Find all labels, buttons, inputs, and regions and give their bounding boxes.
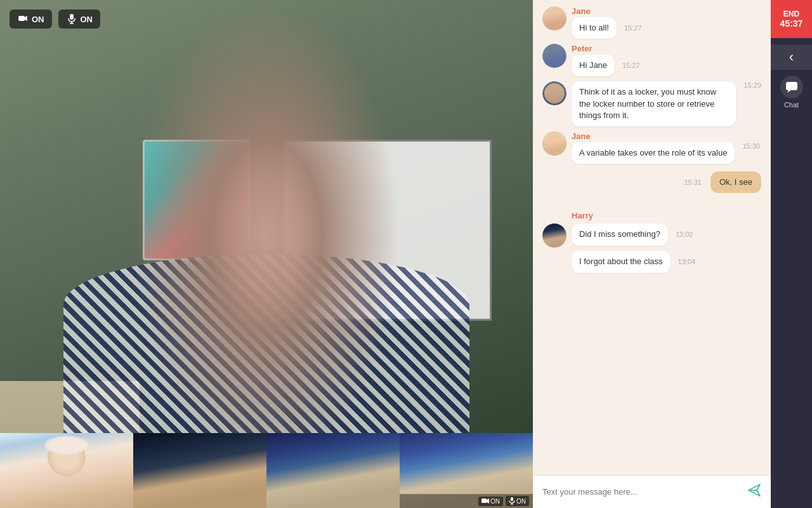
sender-name-peter: Peter bbox=[572, 44, 761, 53]
message-content-4: Jane A variable takes over the role of i… bbox=[572, 131, 761, 164]
svg-rect-7 bbox=[511, 497, 513, 501]
message-bubble-7: I forgot about the class bbox=[572, 251, 671, 272]
message-2: Peter Hi Jane 15:27 bbox=[542, 44, 761, 76]
end-timer: 45:37 bbox=[780, 18, 803, 29]
svg-marker-6 bbox=[487, 498, 489, 504]
controls-bar: ON ON bbox=[10, 10, 100, 29]
thumbnail-controls-bar: ON ON bbox=[400, 494, 533, 508]
thumbnail-1[interactable] bbox=[0, 433, 133, 508]
message-time-4: 15:30 bbox=[742, 142, 760, 150]
message-bubble-5: Ok, I see bbox=[710, 171, 761, 193]
avatar-harry bbox=[542, 224, 566, 248]
message-bubble-6: Did I miss something? bbox=[572, 224, 668, 245]
message-3: Think of it as a locker, you must know t… bbox=[542, 81, 761, 126]
thumb-cam-label: ON bbox=[490, 498, 500, 505]
end-call-button[interactable]: END 45:37 bbox=[771, 0, 812, 38]
chat-messages-area: Jane Hi to all! 15:27 Peter Hi Jane 15:2 bbox=[533, 0, 771, 475]
avatar-jane-1 bbox=[542, 6, 566, 30]
message-time-2: 15:27 bbox=[622, 62, 640, 69]
message-bubble-3: Think of it as a locker, you must know t… bbox=[572, 81, 736, 126]
message-content-3: Think of it as a locker, you must know t… bbox=[572, 81, 761, 126]
camera-toggle-button[interactable]: ON bbox=[10, 10, 52, 29]
avatar-peter bbox=[542, 44, 566, 68]
thumbnail-3[interactable] bbox=[266, 433, 400, 508]
sender-name-jane-2: Jane bbox=[572, 131, 761, 141]
chat-input-bar bbox=[533, 475, 771, 508]
chat-icon-label: Chat bbox=[784, 101, 799, 109]
mic-icon bbox=[66, 13, 77, 25]
svg-marker-1 bbox=[25, 16, 27, 21]
sender-name-jane: Jane bbox=[572, 6, 761, 16]
message-content-2: Peter Hi Jane 15:27 bbox=[572, 44, 761, 76]
svg-rect-2 bbox=[70, 14, 74, 20]
arrow-icon: ‹ bbox=[789, 49, 794, 65]
message-5-row: 15:31 Ok, I see bbox=[542, 171, 761, 193]
chat-icon-button[interactable]: Chat bbox=[771, 70, 812, 114]
harry-msg-content-1: Did I miss something? 13:02 bbox=[572, 224, 693, 245]
avatar-peter-2 bbox=[542, 81, 566, 105]
camera-icon bbox=[17, 13, 29, 25]
harry-msg-content-2: I forgot about the class 13:04 bbox=[572, 251, 695, 272]
video-area: ON ON bbox=[0, 0, 533, 508]
message-7: I forgot about the class 13:04 bbox=[542, 251, 761, 272]
message-time-3: 15:29 bbox=[743, 81, 761, 89]
message-time-5: 15:31 bbox=[684, 178, 702, 186]
right-sidebar: END 45:37 ‹ Chat bbox=[771, 0, 812, 508]
svg-rect-0 bbox=[18, 16, 25, 21]
message-time-1: 15:27 bbox=[624, 24, 642, 32]
send-message-button[interactable] bbox=[747, 483, 761, 500]
message-6: Did I miss something? 13:02 bbox=[542, 224, 761, 248]
thumbnail-4[interactable]: ON ON bbox=[400, 433, 533, 508]
thumb-camera-btn[interactable]: ON bbox=[478, 497, 503, 506]
message-bubble-2: Hi Jane bbox=[572, 55, 615, 76]
message-time-6: 13:02 bbox=[676, 231, 693, 238]
mic-toggle-button[interactable]: ON bbox=[58, 10, 101, 29]
chat-sidebar: Jane Hi to all! 15:27 Peter Hi Jane 15:2 bbox=[533, 0, 771, 508]
svg-rect-11 bbox=[786, 82, 797, 90]
harry-name-row: Harry bbox=[572, 211, 761, 220]
thumbnail-strip: ON ON bbox=[0, 433, 533, 508]
thumb-mic-btn[interactable]: ON bbox=[506, 496, 529, 506]
svg-marker-12 bbox=[787, 90, 791, 93]
camera-label: ON bbox=[32, 15, 44, 24]
message-bubble-4: A variable takes over the role of its va… bbox=[572, 142, 735, 164]
message-content-1: Jane Hi to all! 15:27 bbox=[572, 6, 761, 39]
thumb-mic-label: ON bbox=[516, 498, 526, 505]
harry-messages: Harry Did I miss something? 13:02 bbox=[542, 211, 761, 272]
message-bubble-1: Hi to all! bbox=[572, 17, 617, 39]
sender-name-harry: Harry bbox=[572, 211, 593, 220]
harry-msg-group: Did I miss something? 13:02 I forgot abo… bbox=[542, 224, 761, 272]
mic-label: ON bbox=[81, 15, 93, 24]
message-time-7: 13:04 bbox=[678, 258, 696, 265]
svg-rect-5 bbox=[481, 498, 487, 503]
message-4: Jane A variable takes over the role of i… bbox=[542, 131, 761, 164]
thumbnail-2[interactable] bbox=[133, 433, 266, 508]
avatar-jane-2 bbox=[542, 131, 566, 156]
message-1: Jane Hi to all! 15:27 bbox=[542, 6, 761, 39]
collapse-panel-button[interactable]: ‹ bbox=[771, 44, 812, 70]
end-label: END bbox=[783, 10, 799, 18]
chat-icon-circle bbox=[780, 76, 803, 98]
chat-input[interactable] bbox=[542, 487, 742, 497]
